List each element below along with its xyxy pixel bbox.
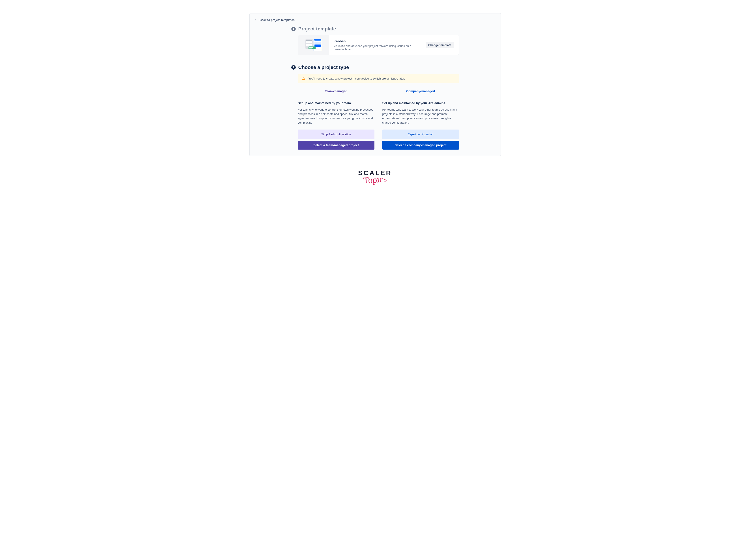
kanban-thumbnail (298, 35, 329, 55)
step-1-header: 1 Project template (291, 26, 459, 32)
template-text: Kanban Visualize and advance your projec… (334, 39, 421, 51)
step-1-title: Project template (298, 26, 336, 32)
warning-text: You'll need to create a new project if y… (309, 77, 405, 80)
project-setup-frame: ← Back to project templates 1 Project te… (250, 13, 501, 156)
company-managed-body: For teams who want to work with other te… (382, 107, 459, 125)
svg-rect-1 (306, 40, 312, 41)
team-managed-body: For teams who want to control their own … (298, 107, 374, 125)
company-managed-column: Company-managed Set up and maintained by… (382, 89, 459, 150)
step-2-header: 2 Choose a project type (291, 65, 459, 70)
team-managed-heading: Team-managed (298, 89, 374, 96)
wizard-content: 1 Project template (291, 26, 459, 156)
svg-rect-6 (314, 42, 321, 44)
select-team-managed-button[interactable]: Select a team-managed project (298, 141, 374, 150)
scaler-topics-logo: SCALER Topics (358, 169, 392, 185)
svg-rect-9 (309, 47, 313, 47)
template-desc: Visualize and advance your project forwa… (334, 44, 421, 51)
select-company-managed-button[interactable]: Select a company-managed project (382, 141, 459, 150)
warning-icon (302, 77, 305, 80)
team-managed-column: Team-managed Set up and maintained by yo… (298, 89, 374, 150)
step-2-title: Choose a project type (298, 65, 349, 70)
team-config-pill: Simplified configuration (298, 129, 374, 139)
svg-rect-5 (314, 40, 321, 41)
template-body: Kanban Visualize and advance your projec… (329, 35, 459, 55)
svg-rect-2 (306, 41, 312, 43)
step-1-badge: 1 (291, 27, 296, 31)
team-managed-subtitle: Set up and maintained by your team. (298, 101, 374, 105)
arrow-left-icon: ← (255, 18, 258, 22)
back-to-templates-link[interactable]: ← Back to project templates (255, 18, 295, 22)
step-2-badge: 2 (291, 65, 296, 69)
svg-rect-3 (306, 44, 312, 46)
svg-rect-7 (314, 44, 321, 47)
company-managed-subtitle: Set up and maintained by your Jira admin… (382, 101, 459, 105)
company-config-pill: Expert configuration (382, 129, 459, 139)
back-link-label: Back to project templates (260, 18, 295, 22)
brand-footer: SCALER Topics (9, 169, 741, 185)
template-name: Kanban (334, 39, 421, 43)
svg-rect-8 (309, 46, 316, 49)
project-type-comparison: Team-managed Set up and maintained by yo… (298, 89, 459, 150)
selected-template-card: Kanban Visualize and advance your projec… (298, 35, 459, 55)
company-managed-heading: Company-managed (382, 89, 459, 96)
brand-topics-text: Topics (358, 173, 392, 186)
change-template-button[interactable]: Change template (426, 42, 454, 48)
project-type-warning: You'll need to create a new project if y… (298, 74, 459, 83)
kanban-board-icon (305, 39, 321, 51)
svg-rect-10 (309, 48, 312, 48)
